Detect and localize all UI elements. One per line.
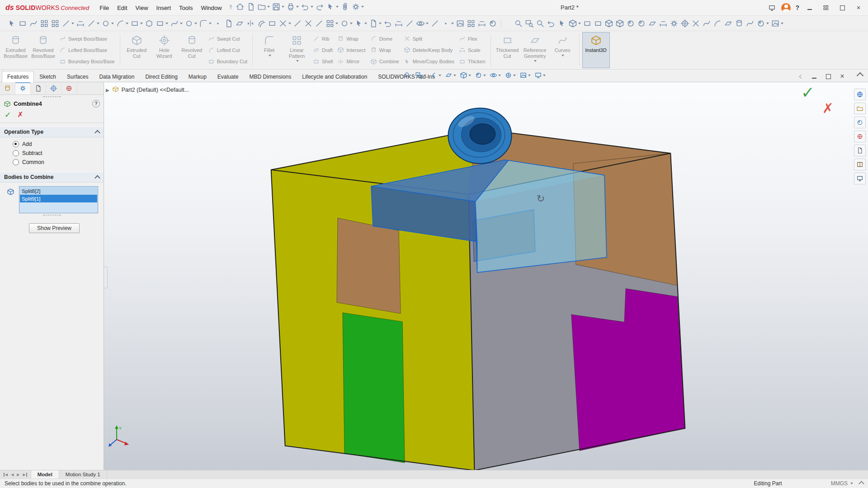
dropdown-caret-icon[interactable] xyxy=(451,23,454,24)
area-hatch-icon[interactable] xyxy=(466,19,476,28)
display-manager-tab[interactable] xyxy=(61,82,77,94)
ribbon-delete-keep-body[interactable]: Delete/Keep Body xyxy=(401,45,457,55)
menu-insert[interactable]: Insert xyxy=(152,2,175,14)
hidden-lines-removed-icon[interactable] xyxy=(604,19,614,28)
dropdown-caret-icon[interactable] xyxy=(361,6,364,8)
documentation-pane-icon[interactable] xyxy=(854,159,866,170)
ribbon-linear-pattern[interactable]: Linear Pattern xyxy=(283,32,311,68)
zoom-to-fit-icon[interactable] xyxy=(514,19,524,28)
zoom-to-area-icon[interactable] xyxy=(415,71,427,80)
tab-mbd-dimensions[interactable]: MBD Dimensions xyxy=(244,71,297,82)
attachments-icon[interactable] xyxy=(340,2,350,12)
ribbon-thickened-cut[interactable]: Thickened Cut xyxy=(494,32,521,68)
ribbon-intersect[interactable]: Intersect xyxy=(335,45,368,55)
section-view-icon[interactable] xyxy=(444,71,457,80)
apply-scene-icon[interactable] xyxy=(519,71,531,80)
ribbon-draft[interactable]: Draft xyxy=(311,45,335,55)
circle-icon[interactable] xyxy=(101,19,114,28)
ribbon-dome[interactable]: Dome xyxy=(368,34,401,44)
print-icon[interactable] xyxy=(286,2,299,12)
undercut-analysis-icon[interactable] xyxy=(734,19,744,28)
ribbon-wrap[interactable]: Wrap xyxy=(335,34,368,44)
shaded-icon[interactable] xyxy=(626,19,636,28)
dropdown-caret-icon[interactable] xyxy=(350,23,353,24)
mirror-entities-icon[interactable] xyxy=(245,19,255,28)
tab-evaluate[interactable]: Evaluate xyxy=(212,71,244,82)
tab-surfaces[interactable]: Surfaces xyxy=(61,71,94,82)
file-tab-pane-icon[interactable] xyxy=(854,103,866,114)
tab-markup[interactable]: Markup xyxy=(183,71,212,82)
ribbon-boundary-boss-base[interactable]: Boundary Boss/Base xyxy=(57,56,117,66)
user-avatar[interactable] xyxy=(781,3,791,13)
graphics-viewport[interactable]: ↻ Y xyxy=(104,82,868,470)
dropdown-caret-icon[interactable] xyxy=(140,23,143,24)
edit-appearance-icon[interactable] xyxy=(504,71,516,80)
ribbon-lofted-cut[interactable]: Lofted Cut xyxy=(206,45,250,55)
zoom-to-fit-icon[interactable] xyxy=(403,71,412,80)
dropdown-caret-icon[interactable] xyxy=(483,75,486,76)
tab-data-migration[interactable]: Data Migration xyxy=(94,71,140,82)
quick-snaps-icon[interactable] xyxy=(441,19,454,28)
draft-analysis-icon[interactable] xyxy=(723,19,733,28)
ribbon-reference-geometry[interactable]: Reference Geometry xyxy=(521,32,549,68)
select-icon[interactable] xyxy=(326,2,339,12)
display-delete-relations-icon[interactable] xyxy=(415,19,429,28)
dropdown-caret-icon[interactable] xyxy=(426,23,429,24)
appearances-pane-icon[interactable] xyxy=(854,117,866,128)
dropdown-caret-icon[interactable] xyxy=(850,483,853,484)
previous-tab-icon[interactable]: ◀ xyxy=(11,473,14,477)
list-item-split8[interactable]: Split8[2] xyxy=(20,187,97,195)
sketch-icon[interactable] xyxy=(61,19,75,28)
dropdown-caret-icon[interactable] xyxy=(336,6,339,8)
ribbon-flex[interactable]: Flex xyxy=(457,34,488,44)
standard-views-icon[interactable] xyxy=(568,19,581,28)
show-preview-button[interactable]: Show Preview xyxy=(29,223,80,233)
polygon-icon[interactable] xyxy=(144,19,154,28)
point-icon[interactable] xyxy=(213,19,223,28)
confirm-ok-icon[interactable]: ✓ xyxy=(801,83,815,102)
measure-icon[interactable] xyxy=(658,19,668,28)
offset-entities-icon[interactable] xyxy=(256,19,266,28)
dropdown-caret-icon[interactable] xyxy=(766,23,769,24)
dropdown-caret-icon[interactable] xyxy=(424,75,426,76)
radio-subtract[interactable]: Subtract xyxy=(13,150,104,156)
dropdown-caret-icon[interactable] xyxy=(267,6,270,8)
radio-button-icon[interactable] xyxy=(13,150,19,156)
arc-icon[interactable] xyxy=(115,19,129,28)
left-face-green-patch[interactable] xyxy=(343,313,405,463)
ribbon-fillet[interactable]: Fillet xyxy=(255,32,283,68)
radio-add[interactable]: Add xyxy=(13,141,104,147)
evaluate-icon[interactable] xyxy=(680,19,690,28)
expand-statusbar-icon[interactable] xyxy=(859,481,864,487)
doc-restore-button[interactable] xyxy=(823,71,833,81)
custom-properties-pane-icon[interactable] xyxy=(854,145,866,156)
ribbon-swept-cut[interactable]: Swept Cut xyxy=(206,34,250,44)
zebra-stripes-icon[interactable] xyxy=(712,19,722,28)
home-icon[interactable] xyxy=(235,2,245,12)
curvature-icon[interactable] xyxy=(702,19,712,28)
line-icon[interactable] xyxy=(86,19,100,28)
options-icon[interactable] xyxy=(351,2,364,12)
doc-minimize-button[interactable] xyxy=(809,71,819,81)
scale-entities-icon[interactable] xyxy=(394,19,404,28)
ribbon-extruded-boss-base[interactable]: Extruded Boss/Base xyxy=(2,32,29,68)
menu-file[interactable]: File xyxy=(95,2,113,14)
torus-body[interactable] xyxy=(448,108,511,164)
pan-icon[interactable] xyxy=(557,19,567,28)
split-entities-icon[interactable] xyxy=(303,19,313,28)
add-relation-icon[interactable] xyxy=(430,19,440,28)
dropdown-caret-icon[interactable] xyxy=(311,6,313,8)
view-settings-icon[interactable] xyxy=(534,71,546,80)
dock-window-icon[interactable] xyxy=(795,71,805,81)
ellipse-icon[interactable] xyxy=(184,19,198,28)
ok-button[interactable]: ✓ xyxy=(5,110,11,120)
appearance-icon[interactable] xyxy=(756,19,769,28)
dropdown-caret-icon[interactable] xyxy=(269,55,271,56)
operation-type-header[interactable]: Operation Type xyxy=(0,127,104,137)
sketch-fillet-icon[interactable] xyxy=(198,19,212,28)
dropdown-caret-icon[interactable] xyxy=(379,23,382,24)
menu-tools[interactable]: Tools xyxy=(175,2,197,14)
collapse-ribbon-icon[interactable] xyxy=(857,72,864,80)
dropdown-caret-icon[interactable] xyxy=(498,75,501,76)
ribbon-split[interactable]: Split xyxy=(401,34,457,44)
